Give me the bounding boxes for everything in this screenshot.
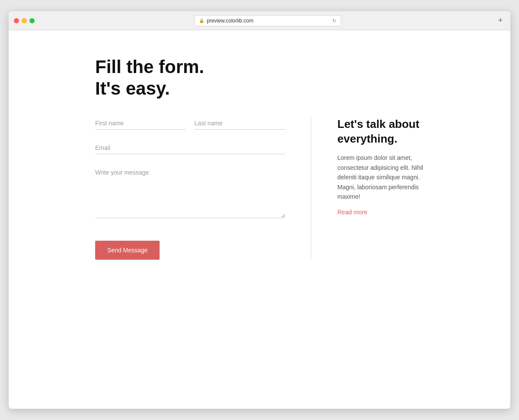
email-input[interactable] — [95, 142, 285, 154]
last-name-field — [195, 117, 285, 130]
heading-line2: It's easy. — [95, 78, 170, 99]
address-bar-container: 🔒 preview.colorlib.com ↻ — [40, 15, 496, 26]
browser-titlebar: 🔒 preview.colorlib.com ↻ + — [9, 11, 510, 30]
read-more-link[interactable]: Read more — [337, 209, 367, 216]
contact-form: Send Message — [95, 117, 285, 260]
info-body-text: Lorem ipsum dolor sit amet, consectetur … — [337, 153, 424, 201]
minimize-button[interactable] — [22, 18, 27, 23]
first-name-field — [95, 117, 186, 130]
lock-icon: 🔒 — [199, 18, 204, 23]
page-content: Fill the form. It's easy. — [9, 30, 510, 409]
last-name-input[interactable] — [195, 117, 285, 130]
main-layout: Send Message Let's talk about everything… — [95, 117, 424, 260]
email-field-wrapper — [95, 142, 285, 154]
heading-line1: Fill the form. — [95, 57, 204, 77]
message-row — [95, 166, 285, 218]
first-name-input[interactable] — [95, 117, 186, 130]
form-section: Send Message — [95, 117, 311, 260]
message-field-wrapper — [95, 166, 285, 218]
email-row — [95, 142, 285, 154]
send-message-button[interactable]: Send Message — [95, 241, 160, 260]
traffic-lights — [14, 18, 35, 23]
maximize-button[interactable] — [29, 18, 35, 23]
info-section: Let's talk about everything. Lorem ipsum… — [311, 117, 424, 260]
refresh-icon[interactable]: ↻ — [332, 18, 336, 24]
browser-window: 🔒 preview.colorlib.com ↻ + Fill the form… — [9, 11, 510, 409]
message-textarea[interactable] — [95, 166, 285, 218]
close-button[interactable] — [14, 18, 19, 23]
new-tab-button[interactable]: + — [496, 16, 505, 25]
address-bar[interactable]: 🔒 preview.colorlib.com ↻ — [194, 15, 341, 26]
name-row — [95, 117, 285, 130]
info-heading: Let's talk about everything. — [337, 117, 424, 146]
url-text: preview.colorlib.com — [207, 18, 253, 24]
page-heading: Fill the form. It's easy. — [95, 56, 424, 100]
